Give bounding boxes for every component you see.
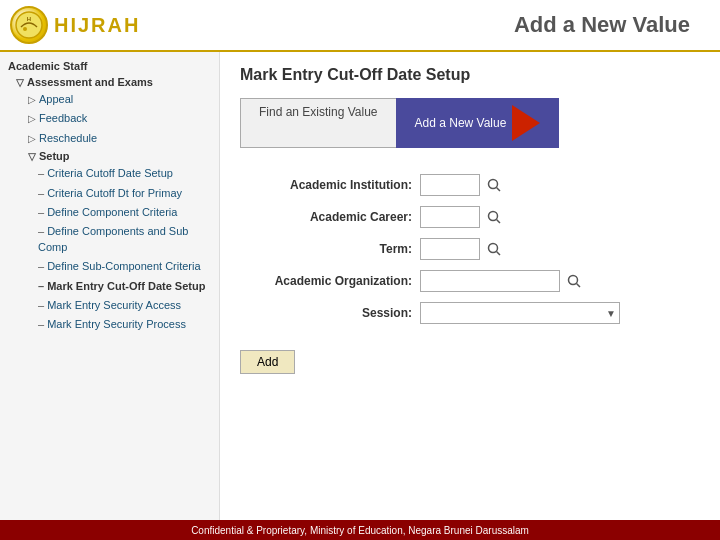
- input-wrap-institution: [420, 174, 504, 196]
- sidebar-item-criteria-cutoff-primay[interactable]: –Criteria Cutoff Dt for Primay: [0, 184, 219, 203]
- dash-icon-4: –: [38, 224, 44, 239]
- logo-text: HIJRAH: [54, 14, 140, 37]
- search-btn-career[interactable]: [484, 207, 504, 227]
- sidebar-item-feedback[interactable]: ▷Feedback: [0, 109, 219, 128]
- dash-icon: –: [38, 166, 44, 181]
- header: H HIJRAH Add a New Value: [0, 0, 720, 52]
- form-row-career: Academic Career:: [240, 206, 700, 228]
- dash-icon-7: –: [38, 298, 44, 313]
- sidebar-item-reschedule[interactable]: ▷Reschedule: [0, 129, 219, 148]
- search-btn-organization[interactable]: [564, 271, 584, 291]
- search-icon-3: [487, 242, 501, 256]
- input-wrap-session: ▼: [420, 302, 620, 324]
- input-institution[interactable]: [420, 174, 480, 196]
- svg-point-5: [489, 212, 498, 221]
- logo-area: H HIJRAH: [10, 6, 230, 44]
- logo-icon: H: [10, 6, 48, 44]
- input-wrap-career: [420, 206, 504, 228]
- open-arrow-icon: ▽: [16, 77, 24, 88]
- header-title: Add a New Value: [514, 12, 690, 38]
- svg-line-4: [497, 188, 501, 192]
- svg-text:H: H: [27, 16, 31, 22]
- form-row-organization: Academic Organization:: [240, 270, 700, 292]
- label-career: Academic Career:: [240, 210, 420, 224]
- dash-icon-3: –: [38, 205, 44, 220]
- sidebar-item-criteria-cutoff[interactable]: –Criteria Cutoff Date Setup: [0, 164, 219, 183]
- sidebar-item-mark-entry-security-access[interactable]: –Mark Entry Security Access: [0, 296, 219, 315]
- label-session: Session:: [240, 306, 420, 320]
- input-wrap-term: [420, 238, 504, 260]
- select-session[interactable]: [420, 302, 620, 324]
- form-row-session: Session: ▼: [240, 302, 700, 324]
- input-career[interactable]: [420, 206, 480, 228]
- svg-line-10: [577, 284, 581, 288]
- search-btn-term[interactable]: [484, 239, 504, 259]
- open-arrow-icon-2: ▽: [28, 151, 36, 162]
- sidebar-item-mark-entry-security-process[interactable]: –Mark Entry Security Process: [0, 315, 219, 334]
- closed-arrow-icon: ▷: [28, 93, 36, 107]
- label-institution: Academic Institution:: [240, 178, 420, 192]
- header-title-area: Add a New Value: [230, 12, 710, 38]
- svg-point-3: [489, 180, 498, 189]
- search-icon-2: [487, 210, 501, 224]
- sidebar-item-setup[interactable]: ▽Setup: [0, 148, 219, 164]
- footer: Confidential & Proprietary, Ministry of …: [0, 520, 720, 540]
- search-btn-institution[interactable]: [484, 175, 504, 195]
- svg-point-2: [23, 27, 27, 31]
- layout: Academic Staff ▽Assessment and Exams ▷Ap…: [0, 52, 720, 520]
- form-row-institution: Academic Institution:: [240, 174, 700, 196]
- main-content: Mark Entry Cut-Off Date Setup Find an Ex…: [220, 52, 720, 520]
- add-button-row: Add: [240, 340, 700, 374]
- input-organization[interactable]: [420, 270, 560, 292]
- form-section: Academic Institution: Academic Career:: [240, 164, 700, 384]
- label-term: Term:: [240, 242, 420, 256]
- dash-icon-2: –: [38, 186, 44, 201]
- tab-find-existing[interactable]: Find an Existing Value: [240, 98, 396, 148]
- tabs-container: Find an Existing Value Add a New Value: [240, 98, 700, 148]
- tab-add-new[interactable]: Add a New Value: [396, 98, 560, 148]
- dash-icon-5: –: [38, 259, 44, 274]
- sidebar: Academic Staff ▽Assessment and Exams ▷Ap…: [0, 52, 220, 520]
- svg-point-7: [489, 244, 498, 253]
- search-icon-4: [567, 274, 581, 288]
- sidebar-item-mark-entry-cutoff[interactable]: –Mark Entry Cut-Off Date Setup: [0, 277, 219, 296]
- label-organization: Academic Organization:: [240, 274, 420, 288]
- input-wrap-organization: [420, 270, 584, 292]
- page-title: Mark Entry Cut-Off Date Setup: [240, 66, 700, 84]
- sidebar-item-define-component[interactable]: –Define Component Criteria: [0, 203, 219, 222]
- sidebar-item-appeal[interactable]: ▷Appeal: [0, 90, 219, 109]
- input-term[interactable]: [420, 238, 480, 260]
- sidebar-section-academic-staff: Academic Staff: [0, 58, 219, 74]
- sidebar-item-define-components-sub[interactable]: –Define Components and Sub Comp: [0, 222, 219, 257]
- svg-line-8: [497, 252, 501, 256]
- closed-arrow-icon-2: ▷: [28, 112, 36, 126]
- svg-point-9: [569, 276, 578, 285]
- dash-icon-8: –: [38, 317, 44, 332]
- arrow-indicator-icon: [512, 105, 540, 141]
- footer-text: Confidential & Proprietary, Ministry of …: [191, 525, 529, 536]
- form-row-term: Term:: [240, 238, 700, 260]
- svg-line-6: [497, 220, 501, 224]
- add-button[interactable]: Add: [240, 350, 295, 374]
- sidebar-item-assessment[interactable]: ▽Assessment and Exams: [0, 74, 219, 90]
- sidebar-item-define-sub-component[interactable]: –Define Sub-Component Criteria: [0, 257, 219, 276]
- closed-arrow-icon-3: ▷: [28, 132, 36, 146]
- dash-icon-6: –: [38, 279, 44, 294]
- select-wrap-session: ▼: [420, 302, 620, 324]
- search-icon: [487, 178, 501, 192]
